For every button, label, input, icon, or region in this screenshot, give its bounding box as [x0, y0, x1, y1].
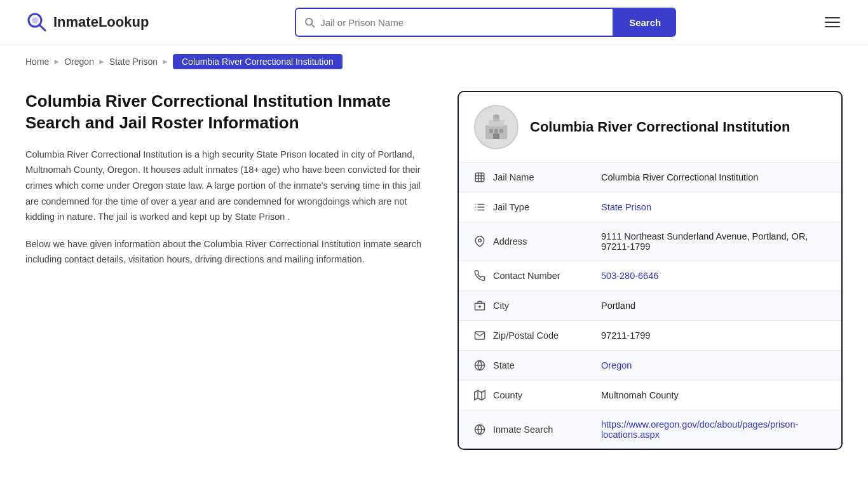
inmate-search-label: Inmate Search: [493, 424, 601, 435]
page-heading: Columbia River Correctional Institution …: [25, 91, 432, 134]
svg-rect-8: [489, 129, 493, 133]
svg-line-4: [312, 24, 315, 27]
search-input[interactable]: [320, 17, 605, 28]
svg-line-1: [39, 25, 45, 30]
address-value: 9111 Northeast Sunderland Avenue, Portla…: [601, 231, 826, 252]
breadcrumb-state-prison[interactable]: State Prison: [109, 57, 158, 67]
inmate-search-link[interactable]: https://www.oregon.gov/doc/about/pages/p…: [601, 419, 798, 440]
hamburger-menu[interactable]: [822, 15, 843, 30]
table-row-inmate-search: Inmate Search https://www.oregon.gov/doc…: [459, 410, 841, 449]
table-row-zip: Zip/Postal Code 97211-1799: [459, 321, 841, 351]
county-label: County: [493, 390, 601, 400]
left-column: Columbia River Correctional Institution …: [25, 91, 432, 450]
table-row-city: City Portland: [459, 291, 841, 321]
svg-rect-13: [475, 173, 484, 182]
search-button[interactable]: Search: [614, 8, 676, 37]
card-header: Columbia River Correctional Institution: [459, 92, 841, 163]
breadcrumb-active: Columbia River Correctional Institution: [173, 54, 342, 69]
jail-type-value: State Prison: [601, 202, 826, 212]
breadcrumb-sep-3: ►: [161, 57, 169, 66]
table-row-state: State Oregon: [459, 351, 841, 381]
building-icon: [474, 172, 493, 183]
hamburger-line-3: [825, 26, 840, 27]
table-row-jail-type: Jail Type State Prison: [459, 193, 841, 222]
institution-building-icon: [480, 111, 512, 143]
info-table: Jail Name Columbia River Correctional In…: [459, 163, 841, 449]
hamburger-line-2: [825, 22, 840, 23]
city-value: Portland: [601, 301, 826, 311]
search-input-wrap: [295, 8, 614, 37]
table-row-jail-name: Jail Name Columbia River Correctional In…: [459, 163, 841, 193]
hamburger-line-1: [825, 17, 840, 18]
address-label: Address: [493, 236, 601, 247]
jail-name-value: Columbia River Correctional Institution: [601, 172, 826, 182]
phone-icon: [474, 270, 493, 281]
info-card: Columbia River Correctional Institution …: [458, 91, 843, 450]
state-value: Oregon: [601, 360, 826, 370]
svg-marker-30: [475, 391, 485, 400]
list-icon: [474, 201, 493, 213]
contact-label: Contact Number: [493, 271, 601, 281]
contact-link[interactable]: 503-280-6646: [601, 271, 658, 281]
jail-name-label: Jail Name: [493, 172, 601, 182]
card-title: Columbia River Correctional Institution: [530, 119, 790, 135]
breadcrumb-sep-1: ►: [53, 57, 60, 66]
jail-type-link[interactable]: State Prison: [601, 202, 651, 212]
description-1: Columbia River Correctional Institution …: [25, 147, 432, 225]
city-icon: [474, 300, 493, 311]
logo[interactable]: InmateLookup: [25, 11, 149, 34]
table-row-county: County Multnomah County: [459, 381, 841, 410]
breadcrumb-sep-2: ►: [98, 57, 105, 66]
breadcrumb: Home ► Oregon ► State Prison ► Columbia …: [0, 45, 868, 78]
search-icon: [304, 17, 315, 28]
zip-label: Zip/Postal Code: [493, 330, 601, 341]
table-row-address: Address 9111 Northeast Sunderland Avenue…: [459, 222, 841, 261]
breadcrumb-oregon[interactable]: Oregon: [64, 57, 94, 67]
map-icon: [474, 390, 493, 401]
jail-type-label: Jail Type: [493, 202, 601, 212]
main-content: Columbia River Correctional Institution …: [0, 78, 868, 475]
mail-icon: [474, 330, 493, 341]
svg-rect-11: [493, 133, 499, 139]
svg-point-24: [478, 239, 482, 242]
state-label: State: [493, 360, 601, 370]
breadcrumb-home[interactable]: Home: [25, 57, 49, 67]
search-bar: Search: [295, 8, 676, 37]
contact-value: 503-280-6646: [601, 271, 826, 281]
table-row-contact: Contact Number 503-280-6646: [459, 261, 841, 291]
svg-rect-10: [499, 129, 503, 133]
search-globe-icon: [474, 424, 493, 435]
logo-text: InmateLookup: [53, 14, 149, 30]
svg-point-12: [493, 114, 499, 118]
zip-value: 97211-1799: [601, 330, 826, 341]
logo-icon: [25, 11, 48, 34]
svg-point-2: [32, 17, 38, 24]
header: InmateLookup Search: [0, 0, 868, 45]
city-label: City: [493, 301, 601, 311]
state-link[interactable]: Oregon: [601, 360, 632, 370]
globe-icon: [474, 360, 493, 371]
right-column: Columbia River Correctional Institution …: [458, 91, 843, 450]
svg-rect-9: [494, 129, 498, 133]
description-2: Below we have given information about th…: [25, 236, 432, 268]
county-value: Multnomah County: [601, 390, 826, 400]
inmate-search-value: https://www.oregon.gov/doc/about/pages/p…: [601, 419, 826, 440]
institution-image: [474, 105, 519, 149]
location-icon: [474, 236, 493, 247]
